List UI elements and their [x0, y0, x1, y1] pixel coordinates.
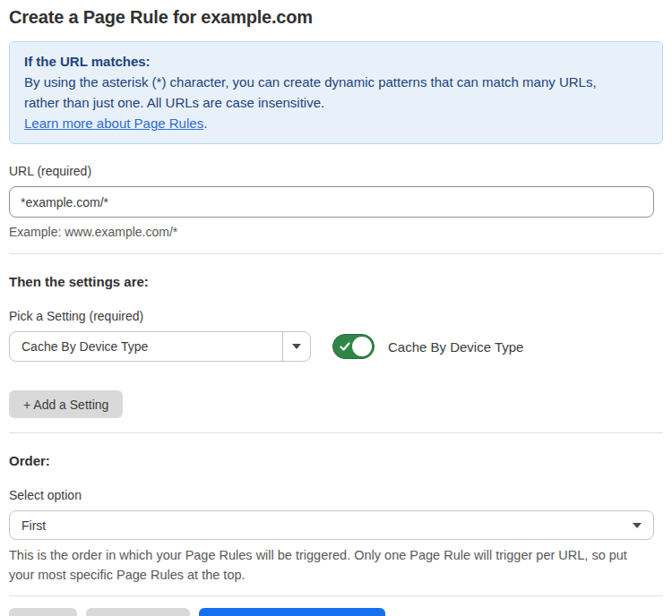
link-suffix: . [203, 116, 207, 131]
info-box-body-line: rather than just one. All URLs are case … [24, 92, 648, 113]
order-section-heading: Order: [9, 453, 663, 468]
cancel-button[interactable]: Cancel [9, 608, 77, 616]
footer-button-bar: Cancel Save as Draft Save and Deploy Pag… [9, 608, 663, 616]
url-match-info-box: If the URL matches: By using the asteris… [9, 41, 663, 144]
chevron-down-icon [292, 344, 301, 349]
chevron-down-icon [621, 511, 653, 539]
page-title: Create a Page Rule for example.com [9, 7, 663, 28]
order-select-label: Select option [9, 488, 663, 502]
url-field-label: URL (required) [9, 164, 663, 178]
page-rule-form: Create a Page Rule for example.com If th… [0, 0, 672, 616]
cache-by-device-type-toggle[interactable] [332, 334, 375, 359]
setting-select-arrow-button[interactable] [282, 332, 310, 361]
save-as-draft-button[interactable]: Save as Draft [86, 608, 191, 616]
toggle-label: Cache By Device Type [388, 339, 523, 355]
setting-row: Cache By Device Type Cache By Device Typ… [9, 331, 663, 362]
section-divider [9, 253, 663, 254]
save-and-deploy-button[interactable]: Save and Deploy Page Rule [199, 608, 385, 616]
setting-select-value: Cache By Device Type [10, 332, 282, 361]
info-box-link-line: Learn more about Page Rules. [24, 113, 648, 133]
setting-picker-label: Pick a Setting (required) [9, 309, 663, 323]
url-example-text: Example: www.example.com/* [9, 225, 663, 239]
info-box-body-line: By using the asterisk (*) character, you… [24, 72, 648, 92]
setting-select[interactable]: Cache By Device Type [9, 331, 311, 362]
section-divider [9, 432, 663, 433]
order-select[interactable]: First [9, 510, 654, 540]
add-setting-button[interactable]: + Add a Setting [9, 390, 123, 418]
learn-more-link[interactable]: Learn more about Page Rules [24, 116, 203, 131]
toggle-knob [352, 337, 372, 356]
order-select-value: First [10, 511, 621, 539]
settings-section-heading: Then the settings are: [9, 274, 663, 289]
order-help-text: This is the order in which your Page Rul… [9, 545, 654, 585]
url-input[interactable] [9, 186, 654, 218]
info-box-heading: If the URL matches: [24, 51, 648, 72]
check-icon [340, 341, 350, 352]
footer-divider [9, 595, 663, 596]
